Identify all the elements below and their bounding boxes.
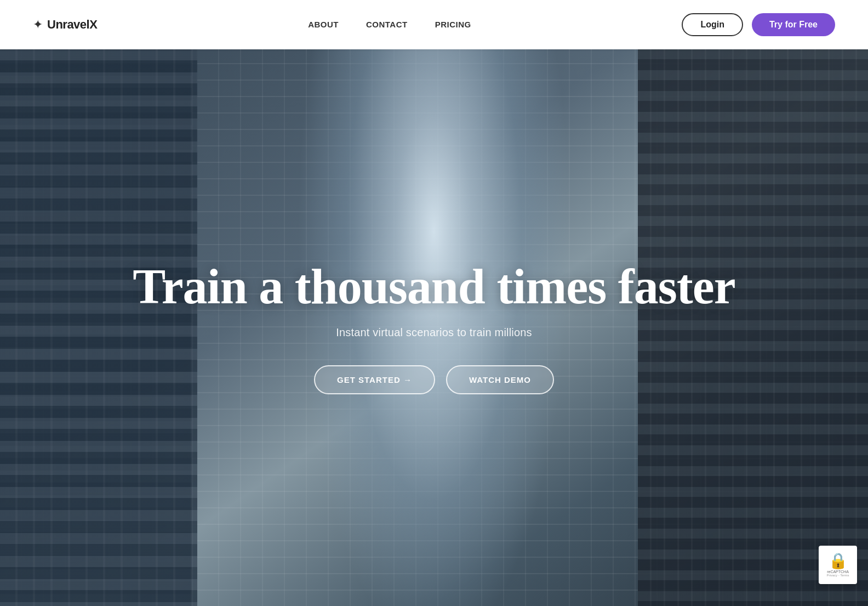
hero-section: Train a thousand times faster Instant vi… <box>0 0 868 606</box>
login-button[interactable]: Login <box>682 13 743 36</box>
nav-contact[interactable]: CONTACT <box>366 20 408 29</box>
recaptcha-icon: 🔒 <box>829 553 848 569</box>
watch-demo-button[interactable]: WATCH DEMO <box>446 365 554 394</box>
nav-pricing[interactable]: PRICING <box>435 20 471 29</box>
brand-icon: ✦ <box>33 18 43 32</box>
navbar: ✦ UnravelX ABOUT CONTACT PRICING Login T… <box>0 0 868 49</box>
nav-about[interactable]: ABOUT <box>308 20 339 29</box>
hero-buttons: GET STARTED → WATCH DEMO <box>133 365 735 394</box>
hero-title: Train a thousand times faster <box>133 261 735 313</box>
hero-content: Train a thousand times faster Instant vi… <box>133 212 735 394</box>
recaptcha-links: Privacy - Terms <box>826 574 849 577</box>
recaptcha-label: reCAPTCHA <box>827 570 849 574</box>
recaptcha-badge: 🔒 reCAPTCHA Privacy - Terms <box>819 546 857 584</box>
brand-name: UnravelX <box>47 18 97 32</box>
get-started-button[interactable]: GET STARTED → <box>314 365 435 394</box>
nav-links: ABOUT CONTACT PRICING <box>308 20 471 30</box>
nav-actions: Login Try for Free <box>682 13 835 36</box>
brand-logo[interactable]: ✦ UnravelX <box>33 18 97 32</box>
try-free-button[interactable]: Try for Free <box>752 13 835 36</box>
hero-subtitle: Instant virtual scenarios to train milli… <box>133 326 735 339</box>
